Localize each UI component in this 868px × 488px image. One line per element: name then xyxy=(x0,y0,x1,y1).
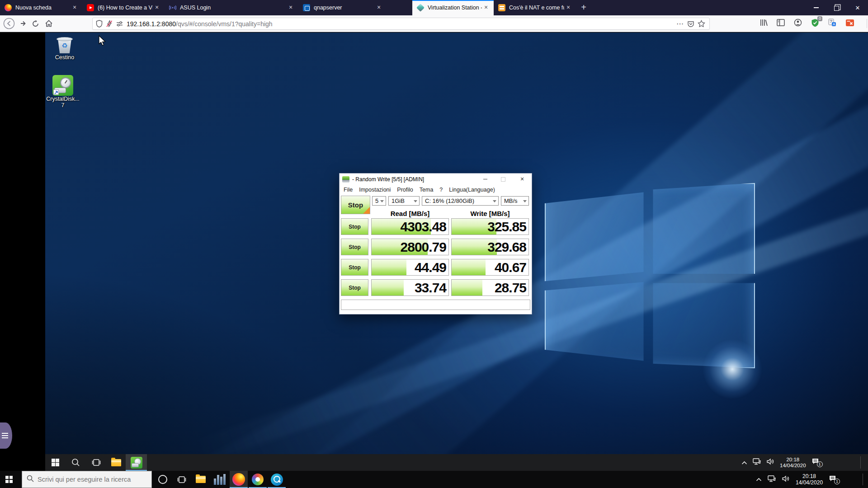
target-drive-select[interactable]: C: 16% (12/80GiB) xyxy=(422,196,499,206)
desktop-icon-recycle-bin[interactable]: ♻ Cestino xyxy=(47,36,82,61)
toolbar-divider xyxy=(867,19,867,28)
close-tab-icon[interactable]: × xyxy=(564,4,572,12)
new-tab-button[interactable]: + xyxy=(577,1,590,14)
tab-youtube-video[interactable]: (6) How to Create a VM Using C × xyxy=(82,0,165,15)
tab-qnapserver[interactable]: qnapserver × xyxy=(298,0,387,15)
host-action-center-icon[interactable]: 1 xyxy=(829,475,837,484)
menu-tema[interactable]: Tema xyxy=(420,187,434,193)
menu-lingua[interactable]: Lingua(Language) xyxy=(449,187,495,193)
host-app-button-tiles[interactable] xyxy=(211,471,229,488)
menu-profilo[interactable]: Profilo xyxy=(397,187,413,193)
close-tab-icon[interactable]: × xyxy=(375,4,383,12)
stop-row-button[interactable]: Stop xyxy=(341,239,368,255)
windows-start-icon xyxy=(52,459,59,466)
adblocker-badge: 0 xyxy=(817,16,822,21)
window-minimize-button[interactable] xyxy=(806,0,826,15)
reload-button[interactable] xyxy=(29,17,42,30)
host-task-view-button[interactable] xyxy=(173,471,191,488)
page-actions-icon[interactable]: ⋯ xyxy=(676,19,684,28)
qvs-console-menu-handle[interactable] xyxy=(0,422,12,449)
forward-button[interactable] xyxy=(16,17,29,30)
sidebar-icon[interactable] xyxy=(777,19,785,28)
tab-nuova-scheda[interactable]: Nuova scheda × xyxy=(0,0,82,15)
close-tab-icon[interactable]: × xyxy=(287,4,295,12)
vm-file-explorer-button[interactable] xyxy=(106,454,126,471)
close-tabs-extension-icon[interactable] xyxy=(845,19,854,28)
stop-row-button[interactable]: Stop xyxy=(341,218,368,235)
host-firefox-button[interactable] xyxy=(230,471,248,488)
close-tab-icon[interactable]: × xyxy=(482,4,490,12)
account-icon[interactable] xyxy=(794,19,802,28)
permissions-icon[interactable] xyxy=(116,20,123,27)
vm-task-view-button[interactable] xyxy=(86,454,106,471)
menu-help[interactable]: ? xyxy=(439,187,443,193)
cortana-button[interactable] xyxy=(154,471,172,488)
vm-notification-badge: 1 xyxy=(817,461,823,467)
tab-asus-login[interactable]: ASUS Login × xyxy=(165,0,298,15)
menu-impostazioni[interactable]: Impostazioni xyxy=(359,187,391,193)
vm-start-button[interactable] xyxy=(45,454,66,471)
write-value: 28.75 xyxy=(495,280,526,296)
vm-clock[interactable]: 20:18 14/04/2020 xyxy=(780,457,806,469)
translate-icon[interactable]: A xyxy=(828,19,836,28)
firefox-tab-bar: Nuova scheda × (6) How to Create a VM Us… xyxy=(0,0,868,15)
tray-chevron-icon[interactable] xyxy=(741,459,747,467)
read-value: 4303.48 xyxy=(401,219,446,235)
pocket-icon[interactable] xyxy=(687,20,694,28)
bookmark-star-icon[interactable] xyxy=(698,20,705,28)
desktop-icon-crystaldiskmark[interactable]: CrystalDisk... 7 xyxy=(45,75,80,108)
network-icon[interactable] xyxy=(768,475,776,484)
menu-file[interactable]: File xyxy=(344,187,353,193)
stop-row-button[interactable]: Stop xyxy=(341,259,368,276)
show-desktop-divider[interactable] xyxy=(863,474,863,485)
stop-all-button[interactable]: Stop xyxy=(341,196,370,214)
qfinder-icon xyxy=(271,474,283,486)
unit-select[interactable]: MB/s xyxy=(501,196,529,206)
host-qfinder-button[interactable] xyxy=(268,471,286,488)
network-icon[interactable] xyxy=(753,458,761,467)
tab-title: (6) How to Create a VM Using C xyxy=(98,5,153,11)
back-button[interactable] xyxy=(3,17,15,30)
library-icon[interactable] xyxy=(760,19,768,28)
comment-field[interactable] xyxy=(341,300,530,310)
vm-crystaldiskmark-taskbar-button[interactable] xyxy=(126,454,147,471)
window-close-button[interactable] xyxy=(847,0,868,15)
volume-icon[interactable] xyxy=(782,475,790,484)
cdm-maximize-button[interactable] xyxy=(495,174,511,184)
desktop-icon-label: Cestino xyxy=(47,54,82,61)
close-tab-icon[interactable]: × xyxy=(71,4,79,12)
url-text[interactable]: 192.168.1.2:8080/qvs/#/console/vms/1?qua… xyxy=(127,20,273,28)
cdm-title-bar[interactable]: - Random Write [5/5] [ADMIN] xyxy=(340,174,532,185)
host-file-explorer-button[interactable] xyxy=(192,471,210,488)
close-tab-icon[interactable]: × xyxy=(153,4,161,12)
window-restore-button[interactable] xyxy=(826,0,847,15)
host-paint3d-button[interactable] xyxy=(249,471,267,488)
vm-action-center-icon[interactable]: 1 xyxy=(811,458,820,467)
read-result-cell: 33.74 xyxy=(371,279,449,296)
vm-taskbar: 20:18 14/04/2020 1 xyxy=(45,454,868,471)
youtube-icon xyxy=(87,4,94,11)
host-time: 20:18 xyxy=(796,473,823,479)
url-bar[interactable]: 192.168.1.2:8080/qvs/#/console/vms/1?qua… xyxy=(92,18,710,30)
volume-icon[interactable] xyxy=(767,458,774,467)
write-value: 40.67 xyxy=(495,260,526,275)
cdm-close-button[interactable] xyxy=(514,174,530,184)
stop-row-button[interactable]: Stop xyxy=(341,279,368,296)
tab-virtualization-station[interactable]: Virtualization Station - WIN 10 × xyxy=(412,0,494,15)
tray-chevron-icon[interactable] xyxy=(756,475,762,483)
tab-nat-article[interactable]: Cos'è il NAT e come funziona - × xyxy=(494,0,576,15)
test-size-select[interactable]: 1GiB xyxy=(388,196,420,206)
vm-search-button[interactable] xyxy=(66,454,86,471)
cdm-minimize-button[interactable] xyxy=(477,174,493,184)
shield-icon[interactable] xyxy=(96,20,103,28)
show-desktop-divider[interactable] xyxy=(860,456,861,469)
host-search-box[interactable] xyxy=(22,471,152,488)
adblocker-icon[interactable]: 0 xyxy=(811,19,819,29)
home-button[interactable] xyxy=(42,17,55,30)
host-start-button[interactable] xyxy=(0,471,18,488)
blocked-lightning-icon[interactable] xyxy=(106,20,113,28)
desktop-icon-label2: 7 xyxy=(45,102,80,108)
test-count-select[interactable]: 5 xyxy=(372,196,386,206)
search-input[interactable] xyxy=(38,476,142,483)
host-clock[interactable]: 20:18 14/04/2020 xyxy=(796,473,823,486)
